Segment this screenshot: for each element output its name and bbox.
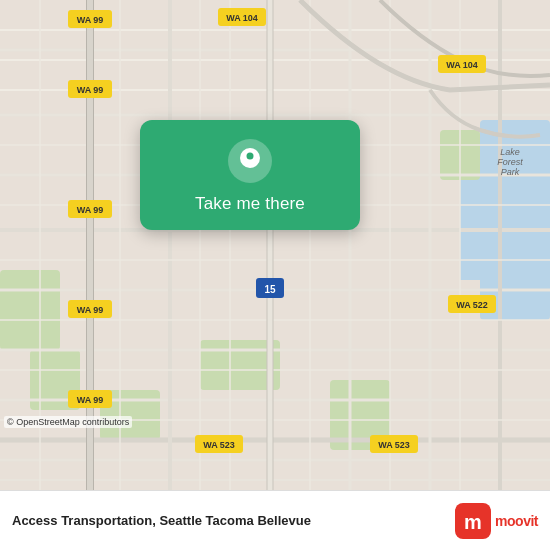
bottom-bar: Access Transportation, Seattle Tacoma Be… [0, 490, 550, 550]
map-attribution: © OpenStreetMap contributors [4, 416, 132, 428]
moovit-icon: m [455, 503, 491, 539]
svg-text:WA 522: WA 522 [456, 300, 488, 310]
app-name: Access Transportation, Seattle Tacoma Be… [12, 513, 447, 528]
svg-text:WA 523: WA 523 [203, 440, 235, 450]
svg-text:15: 15 [264, 284, 276, 295]
location-pin-icon [227, 138, 273, 184]
svg-text:WA 99: WA 99 [77, 305, 104, 315]
svg-text:WA 99: WA 99 [77, 85, 104, 95]
svg-text:WA 104: WA 104 [226, 13, 258, 23]
map-container: WA 99 WA 99 WA 99 WA 99 WA 99 WA 104 WA … [0, 0, 550, 490]
svg-text:WA 99: WA 99 [77, 395, 104, 405]
take-me-there-card[interactable]: Take me there [140, 120, 360, 230]
svg-text:WA 523: WA 523 [378, 440, 410, 450]
moovit-text: moovit [495, 513, 538, 529]
svg-rect-3 [0, 270, 60, 350]
take-me-there-button[interactable]: Take me there [195, 194, 305, 214]
svg-text:WA 104: WA 104 [446, 60, 478, 70]
svg-text:Park: Park [501, 167, 520, 177]
moovit-logo: m moovit [455, 503, 538, 539]
svg-text:Lake: Lake [500, 147, 520, 157]
app-info: Access Transportation, Seattle Tacoma Be… [12, 513, 447, 528]
svg-text:Forest: Forest [497, 157, 523, 167]
svg-text:WA 99: WA 99 [77, 205, 104, 215]
svg-point-73 [247, 153, 254, 160]
svg-text:m: m [464, 511, 482, 533]
svg-text:WA 99: WA 99 [77, 15, 104, 25]
